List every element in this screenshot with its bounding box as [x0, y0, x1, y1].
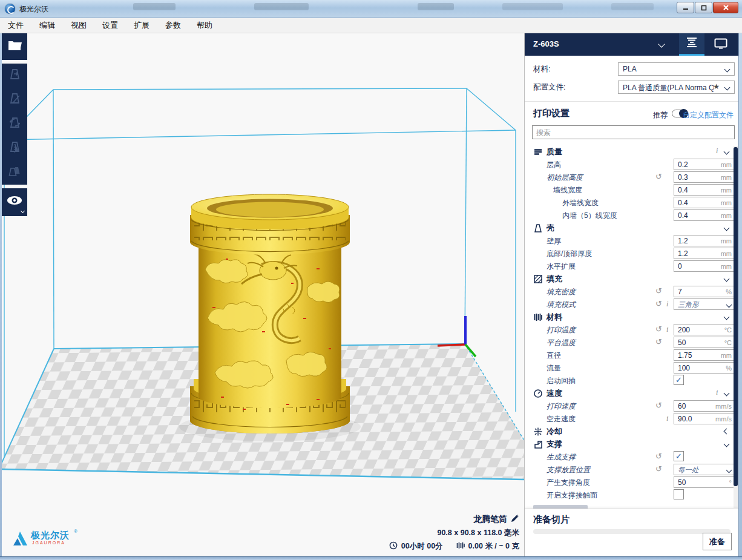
window-controls	[676, 2, 738, 13]
reset-arrow-icon[interactable]: ↺	[655, 401, 662, 410]
setting-label: 开启支撑接触面	[547, 490, 597, 501]
menu-item-4[interactable]: 扩展	[126, 18, 157, 33]
rotate-tool[interactable]	[2, 112, 27, 136]
glass-reflection	[611, 3, 654, 10]
setting-input[interactable]: 0.2mm	[674, 159, 735, 170]
setting-row-material: 平台温度↺50°C	[525, 336, 739, 349]
viewport-3d[interactable]: 极光尔沃 ® JGAURORA 龙腾笔筒 90.8 x 90.8 x 118.0…	[2, 33, 524, 556]
section-header-support[interactable]: 支撑	[525, 438, 739, 450]
setting-input[interactable]: 0.3mm	[674, 171, 735, 183]
menu-item-6[interactable]: 帮助	[189, 18, 220, 33]
custom-profile-link[interactable]: 自定义配置文件	[683, 110, 734, 120]
setting-input[interactable]: 0.4mm	[674, 209, 735, 221]
menu-item-3[interactable]: 设置	[94, 18, 126, 33]
setting-row-support: 支撑放置位置↺每一处	[525, 463, 739, 476]
section-title: 速度	[547, 388, 562, 399]
setting-input[interactable]: 90.0mm/s	[674, 413, 735, 424]
setting-dropdown[interactable]: 三角形	[674, 298, 735, 310]
setting-row-quality: 初始层高度↺0.3mm	[525, 171, 739, 183]
mirror-tool[interactable]	[2, 136, 27, 160]
setting-row-speed: 空走速度i90.0mm/s	[525, 412, 739, 425]
setting-input[interactable]: 100%	[674, 362, 735, 374]
chevron-down-icon[interactable]	[658, 41, 665, 47]
info-icon[interactable]: i	[716, 147, 718, 156]
model-dragon-pen-holder[interactable]	[190, 194, 350, 433]
info-icon[interactable]: i	[666, 414, 668, 423]
section-title: 壳	[547, 223, 554, 234]
section-header-infill[interactable]: 填充	[525, 272, 739, 285]
quality-layers-icon	[533, 147, 543, 159]
setting-input[interactable]: 60mm/s	[674, 400, 735, 412]
setting-input[interactable]: 0mm	[674, 260, 735, 272]
setting-label: 生成支撑	[547, 452, 576, 463]
edit-pencil-icon[interactable]	[511, 514, 519, 525]
reset-arrow-icon[interactable]: ↺	[655, 337, 662, 346]
setting-input[interactable]: 7%	[674, 286, 735, 297]
reset-arrow-icon[interactable]: ↺	[655, 452, 662, 461]
chevron-left-icon[interactable]	[724, 429, 730, 435]
reset-arrow-icon[interactable]: ↺	[655, 464, 662, 473]
minimize-button[interactable]	[677, 2, 694, 13]
section-header-cooling[interactable]: 冷却	[525, 425, 739, 438]
move-tool[interactable]	[2, 64, 27, 88]
setting-input[interactable]: 1.2mm	[674, 235, 735, 246]
setting-row-support: 产生支撑角度50°	[525, 476, 739, 489]
setting-input[interactable]: 1.75mm	[674, 349, 735, 361]
open-file-button[interactable]	[2, 33, 27, 60]
reset-arrow-icon[interactable]: ↺	[655, 286, 662, 295]
setting-input[interactable]: 200°C	[674, 324, 735, 335]
setting-label: 填充密度	[547, 287, 576, 297]
brand-name: 极光尔沃	[31, 530, 70, 541]
menu-item-5[interactable]: 参数	[157, 18, 189, 33]
section-header-material[interactable]: 材料	[525, 311, 739, 323]
scrollbar-thumb[interactable]	[734, 147, 738, 486]
slice-panel: 准备切片 准备	[525, 509, 739, 556]
scale-tool[interactable]	[2, 88, 27, 112]
setting-row-support: 开启支撑接触面	[525, 489, 739, 501]
chevron-down-icon[interactable]	[724, 441, 730, 447]
section-header-speed[interactable]: 速度i	[525, 387, 739, 400]
settings-search-input[interactable]	[532, 125, 735, 139]
setting-dropdown[interactable]: 每一处	[674, 464, 735, 475]
setting-label: 层高	[547, 160, 561, 170]
setting-checkbox[interactable]: ✓	[674, 375, 684, 385]
material-usage: 0.00 米 / ~ 0 克	[468, 541, 519, 552]
menu-item-1[interactable]: 编辑	[31, 18, 63, 33]
monitor-stage-tab[interactable]	[708, 33, 734, 56]
section-title: 材料	[547, 312, 562, 323]
chevron-down-icon[interactable]	[724, 314, 730, 320]
menu-item-0[interactable]: 文件	[0, 18, 31, 33]
printer-selector[interactable]: Z-603S	[533, 39, 559, 48]
settings-list: 质量i层高0.2mm初始层高度↺0.3mm墙线宽度0.4mm外墙线宽度0.4mm…	[525, 145, 739, 509]
prepare-stage-tab[interactable]	[679, 33, 704, 56]
slice-panel-title: 准备切片	[533, 514, 570, 525]
chevron-down-icon[interactable]	[724, 390, 730, 397]
chevron-down-icon[interactable]	[724, 276, 730, 282]
section-header-shell[interactable]: 壳	[525, 222, 739, 234]
chevron-down-icon[interactable]	[724, 225, 730, 231]
prepare-button[interactable]: 准备	[703, 533, 732, 550]
menu-item-2[interactable]: 视图	[63, 18, 94, 33]
section-header-quality[interactable]: 质量i	[525, 145, 739, 158]
toolbar-open-block	[2, 33, 27, 60]
chevron-down-icon[interactable]	[724, 149, 730, 155]
setting-checkbox[interactable]	[674, 489, 684, 499]
reset-arrow-icon[interactable]: ↺	[655, 299, 662, 308]
info-icon[interactable]: i	[666, 325, 668, 334]
setting-input[interactable]: 50°	[674, 476, 735, 488]
material-select[interactable]: PLA	[618, 62, 735, 76]
reset-arrow-icon[interactable]: ↺	[655, 172, 662, 181]
setting-input[interactable]: 50°C	[674, 337, 735, 348]
setting-input[interactable]: 0.4mm	[674, 197, 735, 208]
info-icon[interactable]: i	[716, 388, 718, 397]
maximize-button[interactable]	[695, 2, 712, 13]
per-model-settings-tool[interactable]	[2, 160, 27, 185]
setting-checkbox[interactable]: ✓	[674, 451, 684, 461]
profile-select[interactable]: PLA 普通质量(PLA Norma Qua ★	[618, 81, 735, 94]
setting-input[interactable]: 0.4mm	[674, 184, 735, 196]
info-icon[interactable]: i	[666, 300, 668, 309]
setting-input[interactable]: 1.2mm	[674, 248, 735, 259]
profile-value: PLA 普通质量(PLA Norma Qua	[623, 83, 714, 93]
reset-arrow-icon[interactable]: ↺	[655, 324, 662, 334]
close-button[interactable]	[713, 2, 738, 13]
